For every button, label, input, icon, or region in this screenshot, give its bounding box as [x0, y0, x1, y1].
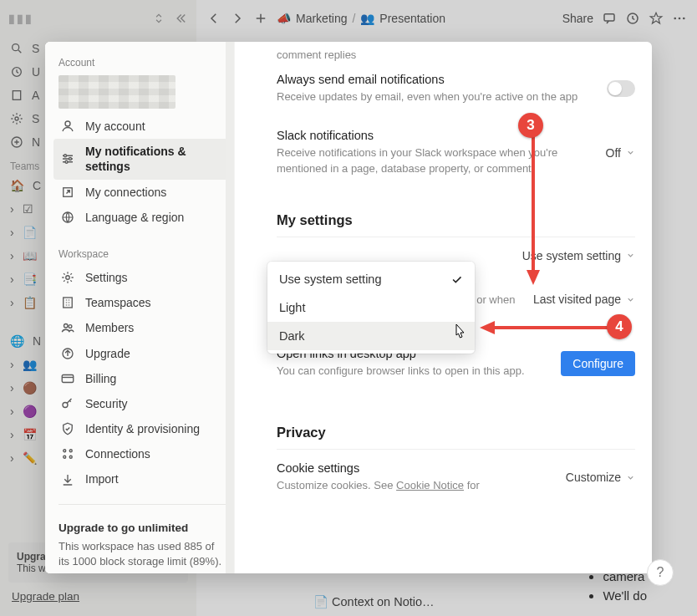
chevron-down-icon: [626, 251, 635, 260]
sidebar-item-identity[interactable]: Identity & provisioning: [53, 416, 231, 441]
sidebar-item-notifications[interactable]: My notifications & settings: [53, 139, 231, 179]
key-icon: [60, 396, 75, 411]
annotation-callout-3: 3: [518, 113, 543, 138]
dropdown-option-light[interactable]: Light: [267, 293, 475, 322]
back-icon[interactable]: [206, 11, 221, 26]
svg-point-23: [64, 450, 66, 452]
svg-point-3: [15, 117, 18, 120]
setting-email-notifications: Always send email notifications Receive …: [277, 61, 635, 117]
svg-point-6: [628, 13, 638, 23]
sidebar-item-security[interactable]: Security: [53, 391, 231, 416]
building-icon: [60, 295, 75, 310]
grid-icon: [60, 446, 75, 461]
slack-select[interactable]: Off: [606, 146, 635, 160]
svg-point-24: [69, 450, 72, 452]
workspace-section-label: Workspace: [53, 242, 231, 265]
svg-point-16: [66, 276, 70, 280]
credit-card-icon: [60, 371, 75, 386]
svg-point-18: [64, 324, 69, 328]
comment-replies-fragment: comment replies: [277, 42, 635, 61]
sidebar-item-settings[interactable]: Settings: [53, 265, 231, 290]
open-on-start-select[interactable]: Last visited page: [533, 293, 635, 306]
chevron-down-icon: [626, 148, 635, 157]
sidebar-item-my-account[interactable]: My account: [53, 114, 231, 139]
svg-point-4: [12, 137, 22, 147]
cookie-select[interactable]: Customize: [566, 471, 635, 484]
svg-point-10: [65, 121, 70, 126]
configure-button[interactable]: Configure: [561, 351, 635, 376]
help-button[interactable]: ?: [647, 559, 674, 586]
bg-topbar: 📣Marketing / 👥Presentation Share: [196, 0, 697, 37]
plus-icon[interactable]: [253, 11, 268, 26]
avatar: [59, 75, 176, 109]
sidebar-item-billing[interactable]: Billing: [53, 366, 231, 391]
share-button[interactable]: Share: [562, 12, 593, 25]
person-icon: [60, 119, 75, 134]
comments-icon[interactable]: [602, 11, 617, 26]
sidebar-item-connections[interactable]: Connections: [53, 441, 231, 466]
sidebar-item-my-connections[interactable]: My connections: [53, 180, 231, 205]
setting-cookie: Cookie settings Customize cookies. See C…: [277, 450, 635, 494]
gear-icon: [60, 270, 75, 285]
svg-rect-2: [13, 91, 20, 100]
history-icon[interactable]: [625, 11, 640, 26]
svg-point-0: [13, 44, 19, 51]
chevron-down-icon: [626, 473, 635, 482]
svg-point-26: [69, 456, 72, 459]
arrow-up-circle-icon: [60, 346, 75, 361]
sidebar-item-upgrade[interactable]: Upgrade: [53, 341, 231, 366]
svg-point-13: [65, 161, 68, 164]
globe-icon: [60, 210, 75, 225]
my-settings-heading: My settings: [277, 212, 635, 237]
sidebar-item-language[interactable]: Language & region: [53, 205, 231, 230]
external-icon: [60, 185, 75, 200]
svg-point-12: [69, 158, 72, 160]
svg-point-1: [13, 68, 22, 77]
sidebar-item-teamspaces[interactable]: Teamspaces: [53, 290, 231, 315]
shield-check-icon: [60, 421, 75, 436]
modal-sidebar[interactable]: Account My account My notifications & se…: [45, 42, 235, 573]
account-section-label: Account: [53, 50, 231, 74]
setting-appearance: Use system setting: [277, 237, 635, 264]
appearance-dropdown: Use system setting Light Dark: [267, 262, 475, 354]
chevron-down-icon: [626, 295, 635, 304]
collapse-icon: [173, 11, 188, 26]
email-toggle[interactable]: [607, 80, 635, 97]
svg-point-25: [64, 456, 66, 459]
svg-point-11: [64, 155, 67, 157]
svg-point-7: [674, 18, 676, 20]
svg-rect-17: [64, 298, 73, 308]
check-icon: [450, 273, 463, 286]
upgrade-box: Upgrade to go unlimited This workspace h…: [53, 517, 231, 573]
download-icon: [60, 472, 75, 487]
sidebar-item-import[interactable]: Import: [53, 466, 231, 491]
svg-point-22: [63, 402, 68, 407]
svg-point-8: [679, 18, 681, 20]
svg-point-19: [69, 325, 72, 328]
sliders-icon: [60, 151, 75, 166]
annotation-callout-4: 4: [607, 314, 632, 339]
setting-slack-notifications: Slack notifications Receive notification…: [277, 117, 635, 189]
breadcrumb[interactable]: 📣Marketing / 👥Presentation: [277, 12, 445, 25]
dropdown-option-system[interactable]: Use system setting: [267, 265, 475, 293]
appearance-select[interactable]: Use system setting: [522, 249, 635, 262]
bg-upgrade-link[interactable]: Upgrade plan: [12, 590, 79, 603]
svg-point-9: [683, 18, 685, 20]
privacy-heading: Privacy: [277, 425, 635, 450]
dropdown-option-dark[interactable]: Dark: [267, 322, 475, 350]
star-icon[interactable]: [649, 11, 664, 26]
chevron-updown-icon: [153, 13, 165, 24]
svg-rect-21: [62, 374, 74, 382]
people-icon: [60, 320, 75, 335]
svg-rect-5: [604, 14, 614, 21]
more-icon[interactable]: [672, 11, 687, 26]
sidebar-item-members[interactable]: Members: [53, 315, 231, 340]
forward-icon[interactable]: [230, 11, 245, 26]
cookie-notice-link[interactable]: Cookie Notice: [396, 479, 464, 491]
